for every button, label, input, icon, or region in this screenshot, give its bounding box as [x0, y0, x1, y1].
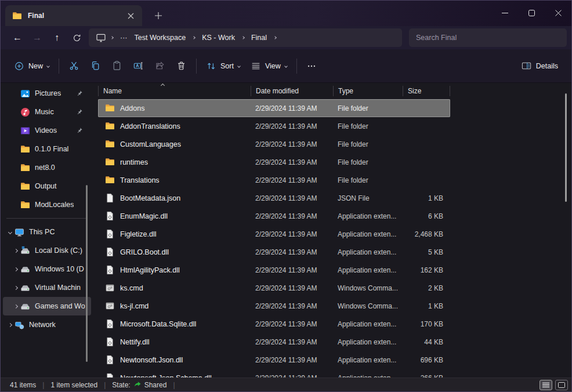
large-icons-view-toggle[interactable]: [555, 380, 568, 390]
close-icon[interactable]: [545, 1, 571, 25]
sidebar-item-this-pc[interactable]: This PC: [3, 223, 91, 241]
forward-arrow-icon[interactable]: →: [27, 29, 47, 46]
breadcrumb: ···Test WorkspaceKS - WorkFinal: [89, 28, 402, 47]
sidebar-item-modlocales[interactable]: ModLocales: [3, 195, 91, 214]
more-button[interactable]: [301, 56, 322, 77]
file-row-newtonsoft-json-schema-dll[interactable]: Newtonsoft.Json.Schema.dll2/29/2024 11:3…: [98, 369, 450, 378]
sidebar-item-windows-10-d[interactable]: Windows 10 (D: [3, 260, 91, 278]
file-row-customlanguages[interactable]: CustomLanguages2/29/2024 11:39 AMFile fo…: [98, 135, 450, 153]
folder-icon: [105, 103, 115, 113]
paste-button[interactable]: [106, 56, 128, 77]
close-tab-icon[interactable]: [124, 9, 137, 23]
file-row-ks-jl-cmd[interactable]: ks-jl.cmd2/29/2024 11:39 AMWindows Comma…: [98, 297, 450, 315]
file-type: File folder: [333, 104, 403, 112]
file-size: 162 KB: [403, 266, 450, 274]
file-row-newtonsoft-json-dll[interactable]: Newtonsoft.Json.dll2/29/2024 11:39 AMApp…: [98, 351, 450, 369]
column-header-date-modified[interactable]: Date modified: [251, 86, 333, 96]
rename-button[interactable]: [128, 56, 149, 77]
sort-button-label: Sort: [220, 62, 234, 70]
breadcrumb-segment-test-workspace[interactable]: Test Workspace: [131, 34, 190, 42]
folder-icon: [105, 139, 115, 149]
sidebar-item-net8-0[interactable]: net8.0: [3, 158, 91, 177]
sidebar-item-music[interactable]: Music: [3, 103, 91, 121]
monitor-icon[interactable]: [96, 32, 106, 43]
folder-icon: [12, 11, 22, 21]
toolbar-divider: [296, 59, 297, 74]
file-row-grilo-boot-dll[interactable]: GRILO.Boot.dll2/29/2024 11:39 AMApplicat…: [98, 243, 450, 261]
music-icon: [20, 107, 30, 117]
file-row-addons[interactable]: Addons2/29/2024 11:39 AMFile folder: [98, 99, 450, 117]
sidebar-item-games-and-wo[interactable]: Games and Wo: [3, 297, 91, 315]
view-icon: [251, 61, 261, 71]
view-button[interactable]: View: [245, 56, 292, 77]
file-row-enummagic-dll[interactable]: EnumMagic.dll2/29/2024 11:39 AMApplicati…: [98, 207, 450, 225]
back-arrow-icon[interactable]: ←: [8, 29, 27, 46]
file-row-runtimes[interactable]: runtimes2/29/2024 11:39 AMFile folder: [98, 153, 450, 171]
tab-final[interactable]: Final: [5, 5, 142, 26]
sidebar-item-pictures[interactable]: Pictures: [3, 84, 91, 103]
file-row-htmlagilitypack-dll[interactable]: HtmlAgilityPack.dll2/29/2024 11:39 AMApp…: [98, 261, 450, 279]
new-tab-icon[interactable]: [151, 9, 165, 23]
breadcrumb-segment-ks-work[interactable]: KS - Work: [198, 34, 238, 42]
details-button[interactable]: Details: [516, 56, 563, 77]
cut-button[interactable]: [63, 56, 85, 77]
file-row-bootmetadata-json[interactable]: BootMetadata.json2/29/2024 11:39 AMJSON …: [98, 189, 450, 207]
videos-icon: [20, 126, 30, 136]
copy-button[interactable]: [85, 56, 106, 77]
file-list-scrollbar[interactable]: [565, 93, 567, 202]
sort-button[interactable]: Sort: [201, 56, 245, 77]
up-arrow-icon[interactable]: ↑: [47, 29, 67, 46]
file-row-ks-cmd[interactable]: ks.cmd2/29/2024 11:39 AMWindows Comma...…: [98, 279, 450, 297]
column-header-name[interactable]: Name: [98, 86, 251, 96]
maximize-icon[interactable]: [518, 1, 545, 25]
chevron-right-icon[interactable]: [13, 285, 17, 289]
file-row-translations[interactable]: Translations2/29/2024 11:39 AMFile folde…: [98, 171, 450, 189]
file-name: AddonTranslations: [120, 122, 180, 130]
file-name: runtimes: [120, 158, 148, 166]
sidebar-item-0-1-0-final[interactable]: 0.1.0 Final: [3, 140, 91, 158]
file-row-figletize-dll[interactable]: Figletize.dll2/29/2024 11:39 AMApplicati…: [98, 225, 450, 243]
sidebar-item-label: Windows 10 (D: [35, 265, 84, 273]
sidebar-item-label: This PC: [29, 228, 55, 236]
file-row-nettify-dll[interactable]: Nettify.dll2/29/2024 11:39 AMApplication…: [98, 333, 450, 351]
pin-icon: [76, 90, 83, 97]
chevron-down-icon[interactable]: [8, 230, 12, 234]
delete-button[interactable]: [171, 56, 192, 77]
new-button[interactable]: New: [9, 56, 55, 77]
new-plus-icon: [14, 61, 24, 71]
chevron-right-icon[interactable]: [273, 36, 277, 39]
chevron-right-icon[interactable]: [192, 36, 196, 39]
search-input[interactable]: [409, 28, 567, 47]
sort-icon: [206, 61, 216, 71]
file-size: 1 KB: [403, 194, 450, 202]
sidebar-item-network[interactable]: Network: [3, 315, 91, 334]
breadcrumb-segment-final[interactable]: Final: [248, 34, 270, 42]
file-row-microsoft-data-sqlite-dll[interactable]: Microsoft.Data.Sqlite.dll2/29/2024 11:39…: [98, 315, 450, 333]
sidebar-item-local-disk-c[interactable]: Local Disk (C:): [3, 241, 91, 260]
refresh-icon[interactable]: [67, 29, 86, 46]
details-view-toggle[interactable]: [540, 380, 552, 390]
chevron-right-icon[interactable]: [8, 322, 12, 326]
file-list-header: NameDate modifiedTypeSize: [98, 83, 450, 99]
file-row-addontranslations[interactable]: AddonTranslations2/29/2024 11:39 AMFile …: [98, 117, 450, 135]
breadcrumb-overflow[interactable]: ···: [117, 34, 131, 42]
pin-icon: [76, 127, 83, 134]
chevron-right-icon[interactable]: [110, 36, 114, 39]
chevron-right-icon[interactable]: [13, 267, 17, 271]
share-button[interactable]: [149, 56, 171, 77]
file-name: HtmlAgilityPack.dll: [120, 266, 180, 274]
chevron-right-icon[interactable]: [241, 36, 245, 39]
sidebar-item-output[interactable]: Output: [3, 177, 91, 195]
chevron-right-icon[interactable]: [13, 248, 17, 252]
file-name: Nettify.dll: [120, 338, 149, 346]
column-header-type[interactable]: Type: [333, 86, 403, 96]
toolbar: New Sort View Details: [1, 49, 571, 83]
chevron-right-icon[interactable]: [13, 304, 17, 308]
details-button-label: Details: [536, 62, 558, 70]
file-size: 2,468 KB: [403, 230, 450, 238]
column-header-size[interactable]: Size: [403, 86, 450, 96]
sidebar-scrollbar[interactable]: [86, 185, 88, 362]
minimize-icon[interactable]: [491, 1, 518, 25]
sidebar-item-videos[interactable]: Videos: [3, 121, 91, 140]
sidebar-item-virtual-machin[interactable]: Virtual Machin: [3, 278, 91, 297]
